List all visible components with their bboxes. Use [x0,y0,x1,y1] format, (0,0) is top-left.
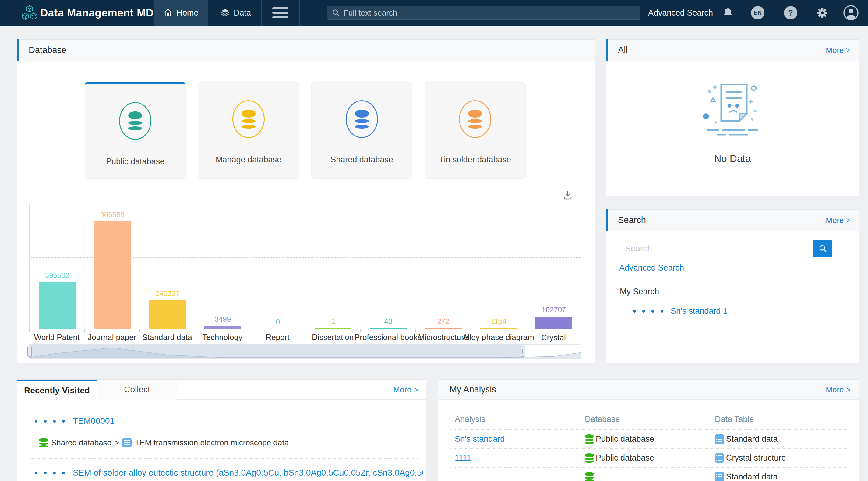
bar-professional-books[interactable] [370,328,407,329]
recent-more-link[interactable]: More > [393,385,418,394]
recent-item-link[interactable]: TEM00001 [73,416,115,426]
tab-recently-visited[interactable]: Recently Visited [17,380,97,400]
bar-journal-paper[interactable] [94,221,131,329]
axis-tick [140,329,140,332]
datazoom-right-handle[interactable] [521,346,525,357]
datazoom-left-handle[interactable] [27,346,32,357]
user-avatar[interactable] [843,5,859,21]
column-analysis: Analysis [455,415,486,424]
bar-value-label: 906585 [85,210,140,219]
analysis-name-link[interactable] [455,468,577,481]
bar-value-label: 1 [306,317,361,326]
global-search-bar [327,6,641,20]
data-layers-icon [220,8,230,18]
search-more-link[interactable]: More > [826,215,850,225]
bar-value-label: 1154 [471,317,526,326]
help-icon[interactable]: ? [784,6,797,20]
all-panel-header: All More > [607,39,859,61]
my-search-item-link[interactable]: Sn's standard 1 [671,306,727,316]
column-data-table: Data Table [715,415,754,424]
recent-item-path: Shared database > TEM transmission elect… [39,438,289,448]
db-type-card-public-database[interactable]: Public database [85,82,186,179]
bar-standard-data[interactable] [149,300,186,329]
divider [31,458,417,459]
recent-item: TEM00001 [35,416,115,426]
axis-tick [195,329,195,332]
path-table: TEM transmission electron microscope dat… [135,438,289,448]
language-toggle-icon[interactable]: EN [751,6,765,20]
my-analysis-panel: My Analysis More > Analysis Database Dat… [438,379,859,481]
bar-value-label: 40 [361,317,416,326]
axis-tick [471,329,471,332]
datazoom-selected-range[interactable] [30,344,523,358]
bar-value-label: 3499 [195,315,250,324]
analysis-table-cell: Standard data [715,468,849,481]
bar-microstructure[interactable] [425,328,462,329]
analysis-database-cell: Public database [585,449,707,467]
db-type-card-tin-solder-database[interactable]: Tin solder database [425,82,526,179]
chart-x-axis [29,329,581,332]
level-dots [35,472,65,474]
analysis-database-cell: Public database [585,430,707,448]
axis-tick [29,329,30,332]
analysis-more-link[interactable]: More > [826,385,850,394]
advanced-search-link[interactable]: Advanced Search [619,263,684,273]
bar-value-label: 0 [250,318,305,326]
no-data-text: No Data [607,153,859,164]
menu-button[interactable] [272,7,288,18]
app-title: Data Management MDE [40,0,161,26]
download-chart-icon[interactable] [562,189,573,201]
bar-world-patent[interactable] [39,282,75,329]
bar-dissertation[interactable] [315,328,351,329]
search-button[interactable] [813,240,832,257]
analysis-name-link[interactable]: Sn's standard [455,430,577,448]
database-icon [585,472,594,481]
recently-visited-panel: Recently Visited Collect More > TEM00001… [17,379,426,481]
notifications-bell-icon[interactable] [721,6,735,20]
analysis-name-link[interactable]: 1111 [455,449,577,467]
top-navbar: Data Management MDE Home Data Advanced S… [0,0,868,26]
search-input[interactable] [619,240,813,257]
data-table-icon [715,472,724,481]
analysis-panel-header: My Analysis More > [438,380,859,400]
panel-title: Database [29,45,66,55]
settings-gear-icon[interactable] [816,6,829,20]
chart-datazoom-slider[interactable] [29,344,581,359]
nav-tab-data[interactable]: Data [210,0,261,26]
nav-tab-data-label: Data [234,8,251,18]
analysis-row: 1111Public databaseCrystal structure [438,449,859,467]
database-icon [232,100,265,138]
analysis-column-headers: Analysis Database Data Table [438,415,859,425]
database-icon [346,100,378,138]
nav-tab-home[interactable]: Home [154,0,208,26]
analysis-row: Sn's standardPublic databaseStandard dat… [438,430,859,448]
bar-value-label: 272 [416,317,471,326]
data-table-icon [715,434,724,444]
bar-chart-plot: 395502906585240327349901402721154102707 [29,203,581,329]
database-panel: Database Public databaseManage databaseS… [17,39,595,363]
analysis-row: Standard data [438,468,859,481]
bar-crystal-structure[interactable] [535,317,572,329]
data-table-icon [122,438,131,448]
advanced-search-link[interactable]: Advanced Search [648,0,713,26]
recent-item-link[interactable]: SEM of solder alloy eutectic structure (… [73,468,423,478]
full-text-search-input[interactable] [344,8,635,18]
db-type-card-manage-database[interactable]: Manage database [198,82,299,179]
axis-tick [360,329,361,332]
level-dots [35,420,65,422]
bar-alloy-phase-diagram[interactable] [480,328,517,329]
axis-tick [415,329,416,332]
bar-value-label: 102707 [526,305,581,314]
bar-value-label: 395502 [30,271,85,280]
my-search-item[interactable]: Sn's standard 1 [633,306,727,316]
all-more-link[interactable]: More > [826,46,850,55]
path-separator: > [115,438,119,448]
search-icon [819,244,827,253]
db-type-card-shared-database[interactable]: Shared database [311,82,412,179]
db-type-label: Manage database [198,155,299,164]
tab-collect[interactable]: Collect [97,380,177,400]
bar-technology[interactable] [204,326,241,329]
panel-title: Search [618,215,646,225]
my-search-label: My Search [620,287,659,296]
data-table-icon [715,453,724,463]
